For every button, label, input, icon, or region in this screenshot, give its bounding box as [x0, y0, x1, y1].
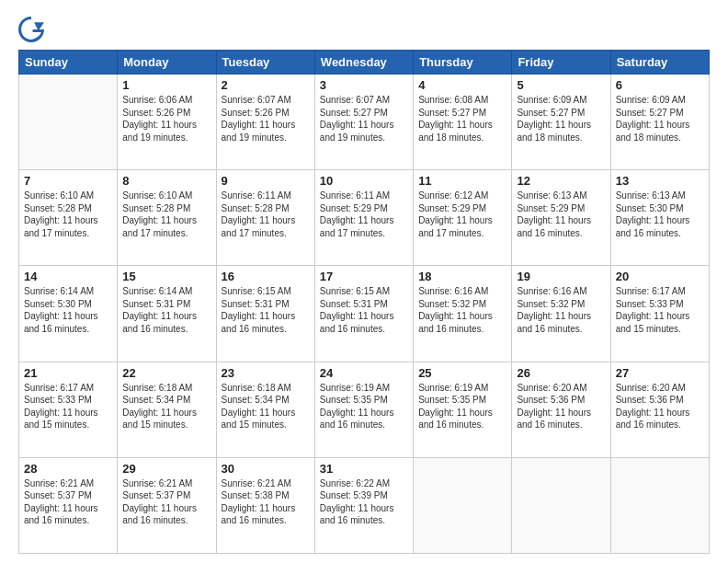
calendar-cell: 27Sunrise: 6:20 AMSunset: 5:36 PMDayligh… — [610, 362, 709, 457]
calendar-cell: 29Sunrise: 6:21 AMSunset: 5:37 PMDayligh… — [118, 457, 216, 553]
calendar-cell: 8Sunrise: 6:10 AMSunset: 5:28 PMDaylight… — [118, 170, 216, 266]
calendar-cell: 22Sunrise: 6:18 AMSunset: 5:34 PMDayligh… — [118, 362, 216, 457]
calendar-cell: 26Sunrise: 6:20 AMSunset: 5:36 PMDayligh… — [512, 362, 610, 457]
day-number: 23 — [222, 366, 310, 380]
cell-info: Sunrise: 6:20 AMSunset: 5:36 PMDaylight:… — [517, 382, 605, 431]
day-number: 25 — [418, 366, 506, 380]
cell-info: Sunrise: 6:13 AMSunset: 5:30 PMDaylight:… — [616, 190, 704, 239]
calendar-cell — [610, 457, 709, 553]
day-number: 28 — [24, 462, 112, 476]
cell-info: Sunrise: 6:15 AMSunset: 5:31 PMDaylight:… — [320, 285, 408, 335]
day-number: 9 — [222, 174, 310, 188]
cell-info: Sunrise: 6:07 AMSunset: 5:27 PMDaylight:… — [320, 94, 408, 144]
day-number: 26 — [517, 366, 605, 380]
weekday-header: Sunday — [19, 51, 118, 75]
calendar-cell: 30Sunrise: 6:21 AMSunset: 5:38 PMDayligh… — [216, 457, 314, 553]
cell-info: Sunrise: 6:08 AMSunset: 5:27 PMDaylight:… — [418, 94, 506, 144]
cell-info: Sunrise: 6:13 AMSunset: 5:29 PMDaylight:… — [517, 190, 605, 239]
calendar-cell: 7Sunrise: 6:10 AMSunset: 5:28 PMDaylight… — [19, 170, 118, 266]
cell-info: Sunrise: 6:09 AMSunset: 5:27 PMDaylight:… — [517, 94, 605, 144]
calendar-cell: 18Sunrise: 6:16 AMSunset: 5:32 PMDayligh… — [414, 266, 512, 362]
day-number: 12 — [517, 174, 605, 188]
cell-info: Sunrise: 6:19 AMSunset: 5:35 PMDaylight:… — [418, 382, 506, 431]
weekday-header: Wednesday — [314, 51, 413, 75]
day-number: 7 — [24, 174, 112, 188]
calendar-cell: 3Sunrise: 6:07 AMSunset: 5:27 PMDaylight… — [314, 75, 413, 170]
calendar-cell: 25Sunrise: 6:19 AMSunset: 5:35 PMDayligh… — [414, 362, 512, 457]
day-number: 31 — [320, 462, 408, 476]
calendar-cell: 23Sunrise: 6:18 AMSunset: 5:34 PMDayligh… — [216, 362, 314, 457]
day-number: 5 — [517, 78, 605, 92]
calendar-cell — [19, 75, 118, 170]
day-number: 14 — [24, 270, 112, 283]
day-number: 27 — [616, 366, 704, 380]
cell-info: Sunrise: 6:19 AMSunset: 5:35 PMDaylight:… — [320, 382, 408, 431]
cell-info: Sunrise: 6:14 AMSunset: 5:31 PMDaylight:… — [122, 285, 210, 335]
calendar-cell: 13Sunrise: 6:13 AMSunset: 5:30 PMDayligh… — [610, 170, 709, 266]
calendar-cell: 17Sunrise: 6:15 AMSunset: 5:31 PMDayligh… — [314, 266, 413, 362]
calendar-cell: 21Sunrise: 6:17 AMSunset: 5:33 PMDayligh… — [19, 362, 118, 457]
day-number: 4 — [418, 78, 506, 92]
calendar-cell: 20Sunrise: 6:17 AMSunset: 5:33 PMDayligh… — [610, 266, 709, 362]
calendar-cell: 11Sunrise: 6:12 AMSunset: 5:29 PMDayligh… — [414, 170, 512, 266]
day-number: 21 — [24, 366, 112, 380]
calendar-cell — [414, 457, 512, 553]
weekday-header: Tuesday — [216, 51, 314, 75]
day-number: 20 — [616, 270, 704, 283]
calendar-table: SundayMondayTuesdayWednesdayThursdayFrid… — [18, 50, 710, 554]
weekday-header: Saturday — [610, 51, 709, 75]
calendar-cell: 31Sunrise: 6:22 AMSunset: 5:39 PMDayligh… — [314, 457, 413, 553]
calendar-cell: 10Sunrise: 6:11 AMSunset: 5:29 PMDayligh… — [314, 170, 413, 266]
cell-info: Sunrise: 6:21 AMSunset: 5:37 PMDaylight:… — [24, 477, 112, 527]
day-number: 6 — [616, 78, 704, 92]
day-number: 15 — [122, 270, 210, 283]
calendar-cell: 1Sunrise: 6:06 AMSunset: 5:26 PMDaylight… — [118, 75, 216, 170]
day-number: 3 — [320, 78, 408, 92]
day-number: 17 — [320, 270, 408, 283]
calendar-cell: 5Sunrise: 6:09 AMSunset: 5:27 PMDaylight… — [512, 75, 610, 170]
calendar-cell: 15Sunrise: 6:14 AMSunset: 5:31 PMDayligh… — [118, 266, 216, 362]
day-number: 19 — [517, 270, 605, 283]
cell-info: Sunrise: 6:15 AMSunset: 5:31 PMDaylight:… — [222, 285, 310, 335]
cell-info: Sunrise: 6:10 AMSunset: 5:28 PMDaylight:… — [24, 190, 112, 239]
cell-info: Sunrise: 6:07 AMSunset: 5:26 PMDaylight:… — [222, 94, 310, 144]
calendar-cell: 9Sunrise: 6:11 AMSunset: 5:28 PMDaylight… — [216, 170, 314, 266]
day-number: 24 — [320, 366, 408, 380]
cell-info: Sunrise: 6:21 AMSunset: 5:38 PMDaylight:… — [222, 477, 310, 527]
calendar-cell: 24Sunrise: 6:19 AMSunset: 5:35 PMDayligh… — [314, 362, 413, 457]
calendar-cell: 6Sunrise: 6:09 AMSunset: 5:27 PMDaylight… — [610, 75, 709, 170]
cell-info: Sunrise: 6:18 AMSunset: 5:34 PMDaylight:… — [222, 382, 310, 431]
calendar-cell: 19Sunrise: 6:16 AMSunset: 5:32 PMDayligh… — [512, 266, 610, 362]
cell-info: Sunrise: 6:11 AMSunset: 5:29 PMDaylight:… — [320, 190, 408, 239]
cell-info: Sunrise: 6:12 AMSunset: 5:29 PMDaylight:… — [418, 190, 506, 239]
cell-info: Sunrise: 6:21 AMSunset: 5:37 PMDaylight:… — [122, 477, 210, 527]
calendar-cell: 4Sunrise: 6:08 AMSunset: 5:27 PMDaylight… — [414, 75, 512, 170]
weekday-header: Thursday — [414, 51, 512, 75]
cell-info: Sunrise: 6:16 AMSunset: 5:32 PMDaylight:… — [418, 285, 506, 335]
cell-info: Sunrise: 6:14 AMSunset: 5:30 PMDaylight:… — [24, 285, 112, 335]
cell-info: Sunrise: 6:18 AMSunset: 5:34 PMDaylight:… — [122, 382, 210, 431]
weekday-header: Friday — [512, 51, 610, 75]
day-number: 16 — [222, 270, 310, 283]
cell-info: Sunrise: 6:16 AMSunset: 5:32 PMDaylight:… — [517, 285, 605, 335]
calendar-cell: 16Sunrise: 6:15 AMSunset: 5:31 PMDayligh… — [216, 266, 314, 362]
logo-icon — [18, 17, 44, 42]
cell-info: Sunrise: 6:22 AMSunset: 5:39 PMDaylight:… — [320, 477, 408, 527]
cell-info: Sunrise: 6:09 AMSunset: 5:27 PMDaylight:… — [616, 94, 704, 144]
weekday-header: Monday — [118, 51, 216, 75]
cell-info: Sunrise: 6:17 AMSunset: 5:33 PMDaylight:… — [24, 382, 112, 431]
cell-info: Sunrise: 6:10 AMSunset: 5:28 PMDaylight:… — [122, 190, 210, 239]
cell-info: Sunrise: 6:17 AMSunset: 5:33 PMDaylight:… — [616, 285, 704, 335]
calendar-cell — [512, 457, 610, 553]
calendar-cell: 14Sunrise: 6:14 AMSunset: 5:30 PMDayligh… — [19, 266, 118, 362]
calendar-cell: 28Sunrise: 6:21 AMSunset: 5:37 PMDayligh… — [19, 457, 118, 553]
day-number: 30 — [222, 462, 310, 476]
calendar-cell: 2Sunrise: 6:07 AMSunset: 5:26 PMDaylight… — [216, 75, 314, 170]
calendar-cell: 12Sunrise: 6:13 AMSunset: 5:29 PMDayligh… — [512, 170, 610, 266]
day-number: 13 — [616, 174, 704, 188]
page-header — [18, 17, 710, 42]
cell-info: Sunrise: 6:11 AMSunset: 5:28 PMDaylight:… — [222, 190, 310, 239]
logo — [18, 17, 48, 42]
day-number: 8 — [122, 174, 210, 188]
day-number: 29 — [122, 462, 210, 476]
